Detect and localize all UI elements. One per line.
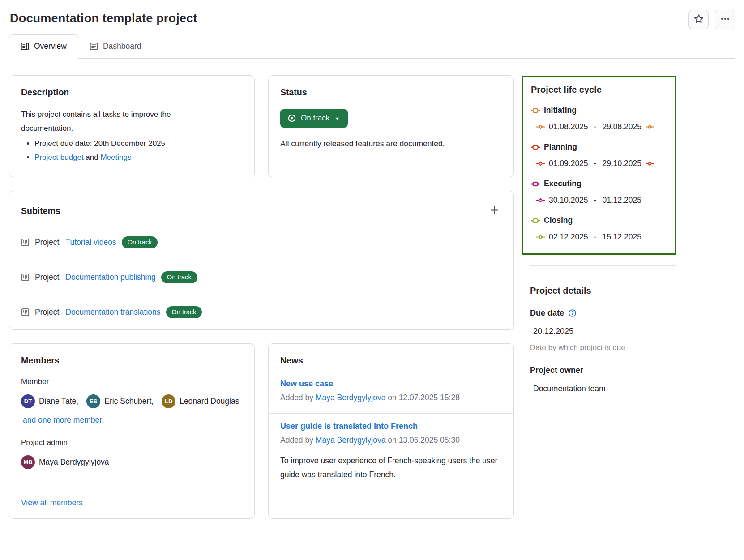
- tab-overview[interactable]: Overview: [9, 34, 78, 59]
- project-details-heading: Project details: [530, 286, 676, 296]
- tab-dashboard-label: Dashboard: [103, 42, 141, 51]
- news-item: New use case Added by Maya Berdygylyjova…: [269, 371, 513, 413]
- avatar: LD: [162, 394, 175, 408]
- dashboard-icon: [90, 42, 98, 51]
- project-life-cycle-panel: Project life cycle Initiating 01.08.2025…: [522, 76, 676, 255]
- status-badge: On track: [122, 236, 158, 248]
- phase-start-date: 02.12.2025: [549, 232, 588, 242]
- status-button-label: On track: [301, 114, 329, 123]
- member-chip: LD Leonard Douglas: [162, 394, 239, 408]
- date-range-icon: [536, 233, 545, 241]
- header-actions: [688, 10, 735, 29]
- member-list: DT Diane Tate, ES Eric Schubert, LD Leon…: [21, 394, 243, 408]
- star-icon: [694, 14, 704, 25]
- project-owner-label: Project owner: [530, 366, 583, 375]
- project-budget-link[interactable]: Project budget: [34, 153, 84, 162]
- subitem-link[interactable]: Documentation publishing: [65, 273, 155, 282]
- tab-overview-label: Overview: [34, 42, 67, 51]
- phase-end-date: 29.08.2025: [602, 122, 641, 132]
- phase-name: Closing: [544, 216, 573, 225]
- favorite-button[interactable]: [688, 10, 709, 29]
- chevron-down-icon: [334, 115, 341, 122]
- subitem-row: Project Documentation translations On tr…: [9, 295, 513, 329]
- news-heading: News: [280, 355, 502, 366]
- ellipsis-icon: [720, 14, 730, 25]
- bullet-connector: and: [84, 153, 101, 162]
- phase-start-date: 30.10.2025: [549, 196, 588, 205]
- news-author-link[interactable]: Maya Berdygylyjova: [316, 436, 386, 445]
- members-heading: Members: [21, 355, 243, 366]
- project-admin-label: Project admin: [21, 438, 243, 447]
- avatar: DT: [21, 394, 35, 408]
- admin-chip: MB Maya Berdygylyjova: [21, 455, 243, 469]
- phase-icon: [531, 180, 540, 188]
- life-cycle-heading: Project life cycle: [531, 85, 667, 95]
- more-actions-button[interactable]: [715, 10, 735, 29]
- plus-icon: [490, 205, 499, 216]
- member-role-label: Member: [21, 377, 243, 386]
- add-subitem-button[interactable]: [487, 203, 502, 219]
- date-range-icon: [536, 196, 545, 205]
- news-author-link[interactable]: Maya Berdygylyjova: [316, 393, 386, 402]
- status-description: All currently released features are docu…: [280, 139, 502, 149]
- member-chip: ES Eric Schubert,: [86, 394, 154, 408]
- phase-end-date: 29.10.2025: [602, 159, 641, 168]
- admin-name: Maya Berdygylyjova: [39, 457, 109, 467]
- project-details-panel: Project details Due date 20.12.2025 Date…: [522, 266, 676, 393]
- avatar: MB: [21, 455, 35, 469]
- member-name: Leonard Douglas: [180, 397, 239, 406]
- date-range-icon: [536, 159, 545, 168]
- status-card: Status On track All currently released f…: [268, 75, 514, 177]
- subitem-link[interactable]: Tutorial videos: [65, 238, 116, 247]
- phase-end-date: 15.12.2025: [602, 232, 641, 242]
- member-name: Eric Schubert,: [104, 397, 154, 406]
- project-icon: [21, 238, 30, 247]
- phase-name: Planning: [544, 142, 577, 152]
- status-badge: On track: [161, 271, 197, 283]
- tab-dashboard[interactable]: Dashboard: [78, 34, 153, 58]
- description-heading: Description: [21, 87, 243, 98]
- news-item: User guide is translated into French Add…: [269, 413, 513, 492]
- page-header: Documentation template project: [9, 6, 735, 34]
- subitem-row: Project Documentation publishing On trac…: [9, 260, 513, 295]
- description-bullet-links: Project budget and Meetings: [34, 150, 243, 164]
- project-owner-value: Documentation team: [533, 384, 676, 393]
- subitem-row: Project Tutorial videos On track: [9, 225, 513, 260]
- subitems-card: Subitems Project Tutorial videos On trac…: [9, 191, 514, 330]
- news-item-title-link[interactable]: New use case: [280, 379, 333, 389]
- phase-icon: [531, 216, 540, 225]
- life-cycle-phase: Initiating 01.08.2025 - 29.08.2025: [531, 106, 667, 132]
- news-item-title-link[interactable]: User guide is translated into French: [280, 422, 418, 431]
- page-title: Documentation template project: [10, 12, 197, 26]
- subitem-link[interactable]: Documentation translations: [65, 308, 160, 317]
- news-item-byline: Added by Maya Berdygylyjova on 13.06.202…: [280, 436, 502, 445]
- phase-icon: [531, 143, 540, 152]
- status-dropdown-button[interactable]: On track: [280, 109, 348, 128]
- date-range-icon: [646, 123, 654, 131]
- description-bullet-due-date: Project due date: 20th December 2025: [34, 137, 243, 150]
- overview-icon: [21, 42, 29, 51]
- subitem-type: Project: [35, 308, 59, 317]
- phase-icon: [531, 106, 540, 115]
- status-heading: Status: [280, 87, 502, 98]
- life-cycle-phase: Executing 30.10.2025 - 01.12.2025: [531, 179, 667, 205]
- subitem-type: Project: [35, 273, 59, 282]
- description-text: This project contains all tasks to impro…: [21, 107, 218, 136]
- meetings-link[interactable]: Meetings: [100, 153, 131, 162]
- more-members-link[interactable]: and one more member.: [23, 415, 243, 425]
- member-name: Diane Tate,: [39, 397, 78, 406]
- sidebar: Project life cycle Initiating 01.08.2025…: [522, 75, 676, 393]
- help-icon[interactable]: [568, 309, 577, 317]
- due-date-value: 20.12.2025: [533, 327, 676, 336]
- status-dot-icon: [287, 114, 296, 123]
- content-column: Description This project contains all ta…: [9, 75, 514, 519]
- description-list: Project due date: 20th December 2025 Pro…: [21, 137, 243, 165]
- subitems-heading: Subitems: [21, 206, 60, 216]
- project-icon: [21, 273, 30, 282]
- status-badge: On track: [166, 306, 202, 318]
- view-all-members-link[interactable]: View all members: [21, 498, 243, 508]
- phase-end-date: 01.12.2025: [602, 196, 641, 205]
- news-item-body: To improve user experience of French-spe…: [280, 454, 502, 481]
- project-icon: [21, 308, 30, 316]
- date-range-icon: [646, 159, 654, 168]
